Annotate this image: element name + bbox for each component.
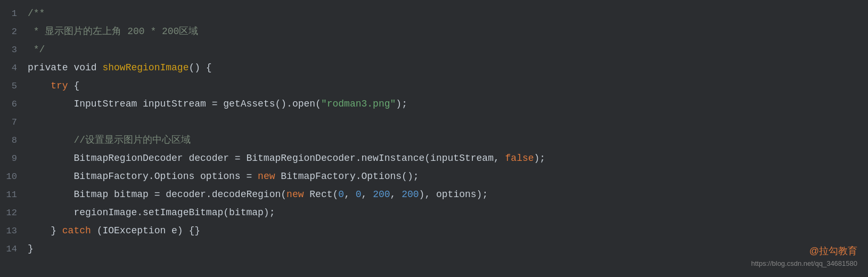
code-line: 13 } catch (IOException e) {} (0, 222, 868, 240)
code-token: Rect( (304, 189, 339, 200)
code-token: "rodman3.png" (321, 99, 396, 109)
code-line: 9 BitmapRegionDecoder decoder = BitmapRe… (0, 149, 868, 167)
code-token: * 显示图片的左上角 200 * 200区域 (28, 26, 198, 37)
line-content: } (28, 240, 34, 258)
code-line: 10 BitmapFactory.Options options = new B… (0, 167, 868, 185)
code-line: 7 (0, 113, 868, 131)
code-editor: 1/**2 * 显示图片的左上角 200 * 200区域3 */4private… (0, 0, 868, 277)
code-token: (IOException e) {} (91, 225, 200, 236)
line-content: try { (28, 77, 79, 95)
line-number: 5 (0, 81, 28, 91)
line-content: BitmapRegionDecoder decoder = BitmapRegi… (28, 149, 545, 167)
line-content: private void showRegionImage() { (28, 59, 212, 77)
code-token: //设置显示图片的中心区域 (28, 135, 191, 145)
code-token: 200 (402, 189, 419, 200)
code-line: 4private void showRegionImage() { (0, 59, 868, 77)
line-number: 14 (0, 244, 28, 254)
code-token: false (505, 153, 534, 164)
code-token: catch (62, 225, 91, 236)
code-token: ); (396, 99, 407, 109)
line-number: 3 (0, 45, 28, 55)
line-content: Bitmap bitmap = decoder.decodeRegion(new… (28, 185, 488, 203)
line-number: 2 (0, 27, 28, 37)
line-content: } catch (IOException e) {} (28, 222, 200, 240)
code-token (28, 80, 51, 91)
code-token: regionImage.setImageBitmap(bitmap); (28, 207, 275, 218)
code-line: 12 regionImage.setImageBitmap(bitmap); (0, 203, 868, 222)
code-token: BitmapFactory.Options options = (28, 171, 258, 182)
code-line: 14} (0, 240, 868, 258)
line-content (28, 113, 34, 131)
line-content: InputStream inputStream = getAssets().op… (28, 95, 407, 113)
code-token: ), options); (419, 189, 488, 200)
code-token: , (362, 189, 373, 200)
line-content: regionImage.setImageBitmap(bitmap); (28, 203, 275, 222)
line-number: 7 (0, 117, 28, 127)
code-token: 0 (356, 189, 362, 200)
line-content: */ (28, 40, 45, 59)
code-token: InputStream inputStream = getAssets().op… (28, 99, 321, 109)
code-token: private void (28, 62, 102, 73)
code-line: 1/** (0, 4, 868, 22)
watermark: @拉勾教育 https://blog.csdn.net/qq_34681580 (751, 244, 858, 269)
line-number: 10 (0, 172, 28, 182)
code-token: BitmapFactory.Options(); (275, 171, 419, 182)
line-content: BitmapFactory.Options options = new Bitm… (28, 167, 419, 185)
line-number: 11 (0, 190, 28, 200)
code-token: 0 (338, 189, 344, 200)
line-number: 13 (0, 226, 28, 236)
code-line: 5 try { (0, 77, 868, 95)
code-line: 3 */ (0, 40, 868, 59)
line-number: 12 (0, 208, 28, 218)
line-number: 9 (0, 153, 28, 164)
code-token: 200 (373, 189, 390, 200)
code-token: BitmapRegionDecoder decoder = BitmapRegi… (28, 153, 505, 164)
code-token: } (28, 225, 62, 236)
code-token: } (28, 243, 34, 254)
code-token: new (258, 171, 275, 182)
code-token: Bitmap bitmap = decoder.decodeRegion( (28, 189, 286, 200)
code-token: { (68, 80, 80, 91)
code-line: 11 Bitmap bitmap = decoder.decodeRegion(… (0, 185, 868, 203)
line-number: 4 (0, 63, 28, 73)
code-line: 6 InputStream inputStream = getAssets().… (0, 95, 868, 113)
code-token: , (390, 189, 402, 200)
code-token: showRegionImage (102, 62, 189, 73)
watermark-url: https://blog.csdn.net/qq_34681580 (751, 258, 858, 269)
line-content: * 显示图片的左上角 200 * 200区域 (28, 22, 198, 40)
line-content: /** (28, 4, 45, 22)
line-number: 6 (0, 99, 28, 109)
code-token: , (344, 189, 356, 200)
line-number: 1 (0, 9, 28, 19)
code-line: 8 //设置显示图片的中心区域 (0, 131, 868, 149)
line-content: //设置显示图片的中心区域 (28, 131, 191, 149)
watermark-brand: @拉勾教育 (751, 244, 858, 258)
code-token: () { (189, 62, 211, 73)
code-line: 2 * 显示图片的左上角 200 * 200区域 (0, 22, 868, 40)
line-number: 8 (0, 135, 28, 145)
code-token: /** (28, 8, 45, 19)
code-token: ); (534, 153, 546, 164)
code-token: */ (28, 44, 45, 55)
code-token: new (286, 189, 304, 200)
code-token: try (51, 80, 68, 91)
